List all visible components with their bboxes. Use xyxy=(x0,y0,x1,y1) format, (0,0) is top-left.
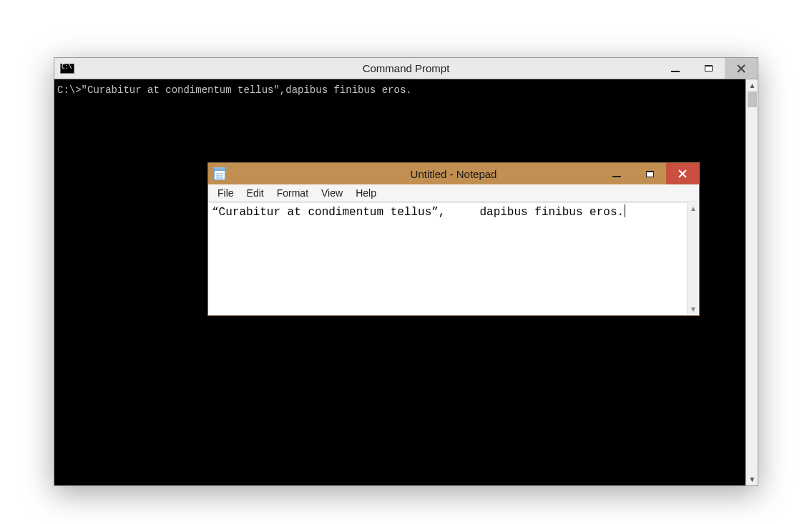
menu-file[interactable]: File xyxy=(211,186,240,200)
scroll-up-icon[interactable]: ▲ xyxy=(746,79,758,92)
notepad-icon xyxy=(214,167,225,180)
minimize-button[interactable] xyxy=(600,163,633,184)
command-prompt-titlebar[interactable]: Command Prompt xyxy=(54,58,758,79)
notepad-menubar: File Edit Format View Help xyxy=(208,184,699,202)
scroll-up-icon[interactable]: ▲ xyxy=(688,202,699,214)
menu-view[interactable]: View xyxy=(315,186,349,200)
notepad-text: “Curabitur at condimentum tellus”, dapib… xyxy=(212,206,624,219)
command-prompt-title: Command Prompt xyxy=(54,62,758,74)
close-button[interactable] xyxy=(666,163,699,184)
notepad-text-area[interactable]: “Curabitur at condimentum tellus”, dapib… xyxy=(209,202,687,315)
scroll-down-icon[interactable]: ▼ xyxy=(688,303,699,315)
scroll-thumb[interactable] xyxy=(748,92,757,107)
notepad-window: Untitled - Notepad File Edit Format View… xyxy=(207,162,700,316)
scrollbar[interactable]: ▲ ▼ xyxy=(687,202,698,315)
scroll-down-icon[interactable]: ▼ xyxy=(746,473,758,485)
close-icon xyxy=(678,169,688,179)
close-icon xyxy=(736,64,746,74)
scrollbar[interactable]: ▲ ▼ xyxy=(745,79,758,485)
command-prompt-icon xyxy=(60,64,74,74)
menu-format[interactable]: Format xyxy=(270,186,315,200)
menu-help[interactable]: Help xyxy=(349,186,383,200)
maximize-button[interactable] xyxy=(633,163,666,184)
notepad-titlebar[interactable]: Untitled - Notepad xyxy=(208,163,699,184)
terminal-line: C:\>"Curabitur at condimentum tellus",da… xyxy=(57,84,412,96)
maximize-button[interactable] xyxy=(692,58,725,79)
close-button[interactable] xyxy=(725,58,758,79)
minimize-button[interactable] xyxy=(659,58,692,79)
text-caret xyxy=(625,204,625,217)
menu-edit[interactable]: Edit xyxy=(240,186,270,200)
